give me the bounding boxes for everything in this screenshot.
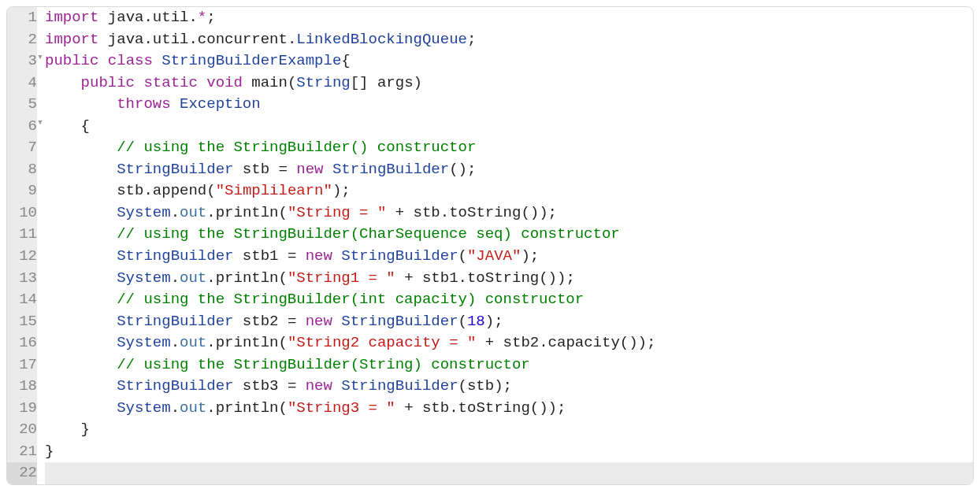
code-content[interactable]: System.out.println("String1 = " + stb1.t… [45, 268, 973, 290]
token-punc: ( [458, 377, 467, 395]
code-line[interactable]: 2import java.util.concurrent.LinkedBlock… [7, 29, 973, 51]
code-line[interactable]: 9 stb.append("Simplilearn"); [7, 180, 973, 202]
code-line[interactable]: 14 // using the StringBuilder(int capaci… [7, 289, 973, 311]
line-number[interactable]: 6 [7, 116, 37, 138]
code-line[interactable]: 7 // using the StringBuilder() construct… [7, 137, 973, 159]
code-line[interactable]: 12 StringBuilder stb1 = new StringBuilde… [7, 246, 973, 268]
line-number[interactable]: 11 [7, 224, 37, 246]
line-number[interactable]: 8 [7, 159, 37, 181]
code-content[interactable]: // using the StringBuilder(CharSequence … [45, 224, 973, 246]
token-punc: ()); [530, 399, 566, 417]
code-content[interactable]: } [45, 419, 973, 441]
line-number[interactable]: 20 [7, 419, 37, 441]
line-number[interactable]: 19 [7, 398, 37, 420]
token-ident: stb [422, 399, 449, 417]
token-string: "String = " [288, 204, 386, 221]
fold-toggle-icon[interactable]: ▾ [37, 50, 45, 72]
code-content[interactable]: System.out.println("String2 capacity = "… [45, 332, 973, 354]
code-content[interactable]: import java.util.*; [45, 7, 973, 29]
line-number[interactable]: 2 [7, 29, 37, 51]
code-content[interactable]: import java.util.concurrent.LinkedBlocki… [45, 29, 973, 51]
code-content[interactable]: // using the StringBuilder(int capacity)… [45, 289, 973, 311]
fold-toggle-icon [37, 398, 45, 420]
code-content[interactable]: } [45, 441, 973, 463]
code-line[interactable]: 10 System.out.println("String = " + stb.… [7, 202, 973, 224]
token-ident: stb [414, 204, 440, 221]
token-comment: // using the StringBuilder() constructor [117, 139, 476, 156]
code-content[interactable]: StringBuilder stb3 = new StringBuilder(s… [45, 376, 973, 398]
code-line[interactable]: 6▾ { [7, 116, 973, 138]
code-editor[interactable]: 1import java.util.*;2import java.util.co… [6, 6, 974, 485]
token-punc: ); [332, 182, 351, 199]
code-line[interactable]: 1import java.util.*; [7, 7, 973, 29]
line-number[interactable]: 17 [7, 354, 37, 376]
code-content[interactable]: public class StringBuilderExample{ [45, 50, 973, 72]
line-number[interactable]: 13 [7, 268, 37, 290]
code-line[interactable]: 5 throws Exception [7, 94, 973, 116]
line-number[interactable]: 22 [7, 462, 37, 484]
line-number[interactable]: 3 [7, 50, 37, 72]
code-line[interactable]: 15 StringBuilder stb2 = new StringBuilde… [7, 311, 973, 333]
line-number[interactable]: 9 [7, 180, 37, 202]
code-line[interactable]: 17 // using the StringBuilder(String) co… [7, 354, 973, 376]
token-punc: ( [458, 313, 467, 330]
token-type: StringBuilder [117, 247, 233, 265]
code-line[interactable]: 18 StringBuilder stb3 = new StringBuilde… [7, 376, 973, 398]
fold-toggle-icon [37, 268, 45, 290]
line-number[interactable]: 18 [7, 376, 37, 398]
line-number[interactable]: 4 [7, 72, 37, 95]
fold-toggle-icon [37, 29, 45, 51]
token-punc [278, 377, 287, 395]
token-punc: } [45, 421, 90, 438]
code-content[interactable]: // using the StringBuilder(String) const… [45, 354, 973, 376]
code-line[interactable]: 11 // using the StringBuilder(CharSequen… [7, 224, 973, 246]
line-number[interactable]: 7 [7, 137, 37, 159]
code-content[interactable]: { [45, 116, 973, 138]
line-number[interactable]: 1 [7, 7, 37, 29]
token-punc: ()); [539, 269, 575, 287]
code-line[interactable]: 21} [7, 441, 973, 463]
token-punc [98, 52, 107, 69]
code-line[interactable]: 13 System.out.println("String1 = " + stb… [7, 268, 973, 290]
line-number[interactable]: 14 [7, 289, 37, 311]
token-punc [45, 74, 81, 91]
token-punc: ( [279, 204, 288, 221]
token-comment: // using the StringBuilder(CharSequence … [117, 225, 620, 243]
code-content[interactable]: // using the StringBuilder() constructor [45, 137, 973, 159]
token-ident: java [108, 31, 144, 48]
line-number[interactable]: 12 [7, 246, 37, 268]
code-content[interactable] [45, 462, 973, 484]
code-content[interactable]: StringBuilder stb2 = new StringBuilder(1… [45, 311, 973, 333]
token-punc: . [171, 204, 180, 221]
fold-toggle-icon[interactable]: ▾ [37, 116, 45, 138]
token-ident: stb2 [503, 334, 540, 351]
token-punc: . [449, 399, 458, 417]
code-line[interactable]: 3▾public class StringBuilderExample{ [7, 50, 973, 72]
code-content[interactable]: StringBuilder stb = new StringBuilder(); [45, 159, 973, 181]
code-line[interactable]: 4 public static void main(String[] args) [7, 72, 973, 95]
line-number[interactable]: 15 [7, 311, 37, 333]
token-punc: [] [351, 74, 377, 91]
code-content[interactable]: throws Exception [45, 94, 973, 116]
token-punc: ()); [521, 204, 557, 221]
token-punc [414, 269, 422, 287]
token-ident: util [153, 9, 189, 26]
code-line[interactable]: 19 System.out.println("String3 = " + stb… [7, 398, 973, 420]
code-line[interactable]: 16 System.out.println("String2 capacity … [7, 332, 973, 354]
token-ident: stb [243, 161, 269, 178]
code-line[interactable]: 22 [7, 462, 973, 484]
code-content[interactable]: System.out.println("String3 = " + stb.to… [45, 398, 973, 420]
code-content[interactable]: stb.append("Simplilearn"); [45, 180, 973, 202]
token-string: "Simplilearn" [216, 182, 332, 199]
line-number[interactable]: 16 [7, 332, 37, 354]
fold-toggle-icon [37, 462, 45, 484]
token-keyword: import [45, 31, 98, 48]
line-number[interactable]: 21 [7, 441, 37, 463]
code-line[interactable]: 8 StringBuilder stb = new StringBuilder(… [7, 159, 973, 181]
line-number[interactable]: 10 [7, 202, 37, 224]
code-content[interactable]: StringBuilder stb1 = new StringBuilder("… [45, 246, 973, 268]
code-line[interactable]: 20 } [7, 419, 973, 441]
line-number[interactable]: 5 [7, 94, 37, 116]
code-content[interactable]: public static void main(String[] args) [45, 72, 973, 95]
code-content[interactable]: System.out.println("String = " + stb.toS… [45, 202, 973, 224]
